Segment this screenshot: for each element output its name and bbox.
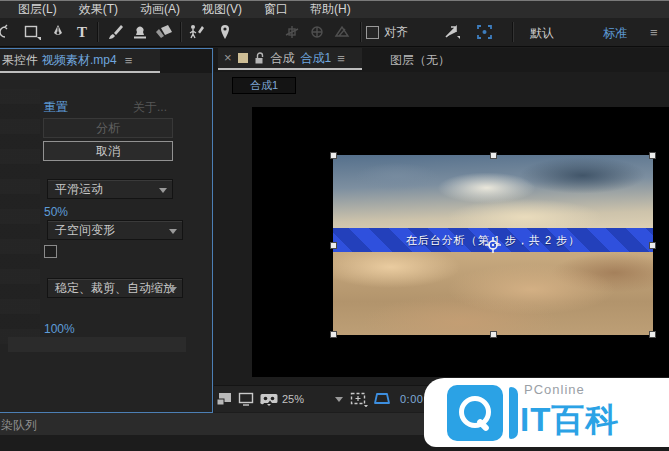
- effect-controls-panel: 果控件 视频素材.mp4 ≡ 重置 关于... 分析 取消 平滑运动 50% 子…: [0, 48, 213, 413]
- menu-animation[interactable]: 动画(A): [129, 1, 191, 18]
- axis-mode-local-icon[interactable]: [280, 21, 304, 43]
- tab-effect-controls[interactable]: 果控件 视频素材.mp4 ≡: [0, 49, 160, 73]
- chevron-down-icon: [169, 287, 177, 292]
- toolbar-separator: [360, 22, 361, 42]
- effect-controls-tabbar: 果控件 视频素材.mp4 ≡: [0, 49, 212, 73]
- snapping-checkbox[interactable]: [366, 26, 379, 39]
- composition-tabbar: × 合成 合成1 ≡ 图层（无）: [214, 48, 669, 72]
- menu-window[interactable]: 窗口: [253, 1, 299, 18]
- analyze-button[interactable]: 分析: [43, 118, 173, 138]
- auto-scale-value[interactable]: 100%: [44, 322, 75, 336]
- toolbar-separator: [512, 22, 513, 42]
- menu-help[interactable]: 帮助(H): [299, 1, 362, 18]
- axis-mode-world-icon[interactable]: [305, 21, 329, 43]
- composition-frame[interactable]: 在后台分析（第 1 步，共 2 步）: [252, 107, 669, 377]
- toolbar-separator: [97, 22, 98, 42]
- clone-stamp-tool-icon[interactable]: [128, 21, 152, 43]
- menu-bar: 图层(L) 效果(T) 动画(A) 视图(V) 窗口 帮助(H): [0, 0, 669, 18]
- tab-composition[interactable]: × 合成 合成1 ≡: [218, 48, 362, 70]
- selection-handle-top-left[interactable]: [330, 152, 337, 159]
- result-dropdown[interactable]: 平滑运动: [47, 179, 173, 199]
- breadcrumb[interactable]: 合成1: [232, 77, 296, 94]
- borders-value: 稳定、裁剪、自动缩放: [55, 280, 175, 297]
- effect-rows-gutter: [0, 89, 40, 344]
- watermark-logo: [447, 385, 503, 441]
- pen-tool-icon[interactable]: [46, 21, 70, 43]
- puppet-pin-tool-icon[interactable]: [213, 21, 237, 43]
- unlock-icon[interactable]: [254, 52, 265, 65]
- composition-panel: × 合成 合成1 ≡ 图层（无） 合成1 在后台分析（第 1 步，共 2: [214, 48, 669, 412]
- selection-handle-top-right[interactable]: [649, 152, 656, 159]
- preview-monitor-icon[interactable]: [238, 390, 254, 408]
- borders-dropdown[interactable]: 稳定、裁剪、自动缩放: [47, 278, 183, 298]
- selection-handle-bottom-center[interactable]: [490, 331, 497, 338]
- selection-handle-bottom-right[interactable]: [649, 331, 656, 338]
- composition-viewer[interactable]: 在后台分析（第 1 步，共 2 步）: [214, 97, 669, 385]
- watermark-title: IT百科: [520, 398, 619, 443]
- workspace-menu-icon[interactable]: ≡: [650, 25, 658, 40]
- composition-panel-icon: [238, 53, 248, 63]
- menu-view[interactable]: 视图(V): [191, 1, 253, 18]
- selection-handle-bottom-left[interactable]: [330, 331, 337, 338]
- rotation-tool-icon[interactable]: [0, 21, 16, 43]
- cancel-button[interactable]: 取消: [43, 141, 173, 161]
- snapping-control[interactable]: 对齐: [366, 24, 408, 41]
- render-queue-label[interactable]: 染队列: [1, 417, 37, 434]
- video-sky-region: [333, 155, 653, 228]
- tools-toolbar: T 对齐: [0, 18, 669, 47]
- capture-region-icon[interactable]: [472, 21, 496, 43]
- pconline-watermark: PConline IT百科: [424, 378, 669, 447]
- method-value: 子空间变形: [55, 222, 115, 239]
- mask-visibility-icon[interactable]: [373, 390, 391, 408]
- brush-tool-icon[interactable]: [103, 21, 127, 43]
- toolbar-separator: [180, 22, 181, 42]
- composition-tab-name: 合成1: [301, 50, 332, 67]
- eraser-tool-icon[interactable]: [152, 21, 176, 43]
- video-layer[interactable]: 在后台分析（第 1 步，共 2 步）: [333, 155, 653, 335]
- panel-menu-icon[interactable]: ≡: [337, 51, 345, 66]
- preserve-scale-checkbox[interactable]: [44, 245, 57, 258]
- composition-breadcrumb-row: 合成1: [214, 72, 669, 97]
- menu-layer[interactable]: 图层(L): [0, 1, 68, 18]
- selection-handle-top-center[interactable]: [490, 152, 497, 159]
- always-preview-icon[interactable]: [216, 390, 232, 408]
- vr-view-icon[interactable]: [260, 390, 278, 408]
- property-row: [8, 337, 186, 352]
- panel-menu-icon[interactable]: ≡: [125, 53, 133, 68]
- zoom-level-value[interactable]: 25%: [282, 390, 304, 408]
- axis-mode-view-icon[interactable]: [330, 21, 354, 43]
- composition-tab-label: 合成: [271, 50, 295, 67]
- after-effects-window: 图层(L) 效果(T) 动画(A) 视图(V) 窗口 帮助(H) T: [0, 0, 669, 451]
- workspace-standard[interactable]: 标准: [603, 25, 627, 42]
- zoom-chevron-icon[interactable]: [335, 390, 343, 408]
- video-clouds-region: [333, 252, 653, 335]
- tab-layer-none[interactable]: 图层（无）: [390, 52, 450, 69]
- effect-controls-clip-name: 视频素材.mp4: [42, 52, 117, 69]
- method-dropdown[interactable]: 子空间变形: [47, 220, 183, 240]
- cursor-arrow-icon[interactable]: [440, 21, 464, 43]
- region-of-interest-icon[interactable]: [350, 390, 368, 408]
- about-link[interactable]: 关于...: [133, 99, 167, 116]
- text-tool-icon[interactable]: T: [70, 21, 94, 43]
- close-icon[interactable]: ×: [224, 53, 232, 63]
- result-value: 平滑运动: [55, 181, 103, 198]
- menu-effect[interactable]: 效果(T): [68, 1, 129, 18]
- rectangle-tool-icon[interactable]: [20, 21, 44, 43]
- timecode-value[interactable]: 0:00:: [400, 390, 427, 408]
- smoothness-value[interactable]: 50%: [44, 205, 68, 219]
- watermark-brand: PConline: [524, 382, 585, 397]
- roto-brush-tool-icon[interactable]: [185, 21, 209, 43]
- selection-handle-mid-right[interactable]: [649, 242, 656, 249]
- snapping-label: 对齐: [384, 24, 408, 41]
- chevron-down-icon: [169, 229, 177, 234]
- reset-link[interactable]: 重置: [44, 99, 68, 116]
- selection-handle-mid-left[interactable]: [330, 242, 337, 249]
- effect-controls-tab-title: 果控件: [2, 52, 38, 69]
- workspace-default[interactable]: 默认: [530, 25, 554, 42]
- watermark-page-shape: [509, 387, 518, 439]
- anchor-point-icon[interactable]: [485, 237, 501, 253]
- chevron-down-icon: [159, 188, 167, 193]
